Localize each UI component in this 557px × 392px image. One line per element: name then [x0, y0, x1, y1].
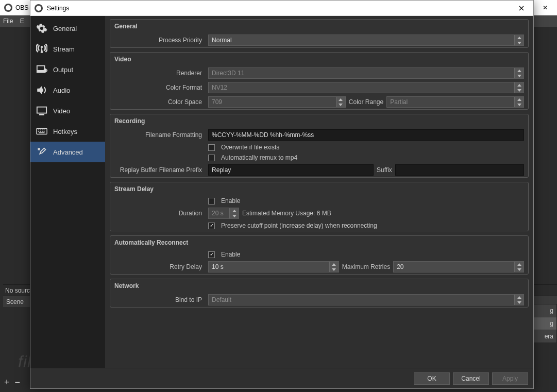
process-priority-label: Process Priority: [114, 37, 205, 44]
delay-duration-spinner[interactable]: 20 s: [208, 208, 239, 219]
close-icon: [519, 6, 524, 11]
retry-delay-label: Retry Delay: [114, 263, 205, 270]
filename-formatting-label: Filename Formatting: [114, 131, 205, 139]
delay-enable-checkbox[interactable]: [208, 198, 215, 204]
keyboard-icon: [36, 125, 48, 138]
replay-suffix-input[interactable]: [395, 164, 524, 176]
sidebar-item-label: Output: [53, 66, 73, 74]
bind-ip-value: Default: [212, 296, 231, 303]
gear-icon: [36, 22, 48, 35]
chevron-updown-icon: [514, 68, 524, 78]
preserve-cutoff-label: Preserve cutoff point (increase delay) w…: [221, 222, 377, 229]
color-format-combo[interactable]: NV12: [208, 82, 524, 93]
delay-duration-label: Duration: [114, 210, 205, 217]
group-title-network: Network: [110, 279, 528, 293]
group-title-auto-reconnect: Automatically Reconnect: [110, 236, 528, 249]
max-retries-spinner[interactable]: 20: [393, 261, 524, 272]
sidebar-item-label: Video: [53, 107, 70, 115]
chevron-updown-icon: [514, 262, 524, 272]
chevron-updown-icon: [336, 97, 345, 107]
preserve-cutoff-checkbox[interactable]: [208, 223, 215, 229]
main-close-icon[interactable]: ✕: [533, 0, 557, 15]
color-format-value: NV12: [212, 84, 227, 91]
chevron-updown-icon: [514, 82, 524, 93]
chevron-updown-icon: [514, 35, 524, 45]
renderer-label: Renderer: [114, 70, 205, 77]
group-general: General Process Priority Normal: [110, 19, 529, 48]
sidebar-item-label: Hotkeys: [53, 128, 77, 135]
group-recording: Recording Filename Formatting Overwrite …: [110, 114, 529, 178]
apply-button[interactable]: Apply: [492, 372, 528, 385]
replay-prefix-label: Replay Buffer Filename Prefix: [114, 166, 205, 174]
max-retries-value: 20: [397, 263, 520, 270]
replay-prefix-input[interactable]: [208, 164, 374, 176]
ok-button[interactable]: OK: [414, 372, 450, 385]
process-priority-combo[interactable]: Normal: [208, 35, 524, 46]
main-window-title: OBS: [15, 0, 28, 15]
sidebar-item-audio[interactable]: Audio: [30, 80, 105, 100]
svg-rect-1: [39, 114, 44, 115]
retry-delay-value: 10 s: [212, 263, 335, 270]
replay-suffix-label: Suffix: [377, 166, 392, 174]
sidebar-item-stream[interactable]: Stream: [30, 39, 105, 59]
renderer-combo[interactable]: Direct3D 11: [208, 67, 524, 79]
reconnect-enable-label: Enable: [221, 251, 240, 258]
sidebar-item-label: Advanced: [53, 148, 83, 156]
settings-dialog: Settings General Stream Output Audio: [30, 0, 534, 389]
sidebar-item-advanced[interactable]: Advanced: [30, 142, 105, 162]
chevron-updown-icon: [329, 262, 339, 272]
close-button[interactable]: [510, 1, 533, 16]
sidebar-item-label: Stream: [53, 45, 75, 53]
delay-enable-label: Enable: [221, 197, 240, 204]
color-space-combo[interactable]: 709: [208, 96, 346, 108]
replay-prefix-field[interactable]: [212, 166, 370, 174]
sidebar-item-video[interactable]: Video: [30, 100, 105, 121]
menu-edit-short[interactable]: E: [20, 18, 24, 25]
speaker-icon: [36, 84, 48, 96]
max-retries-label: Maximum Retries: [342, 263, 390, 270]
group-title-stream-delay: Stream Delay: [110, 182, 528, 196]
group-stream-delay: Stream Delay Enable Duration 20 s: [110, 182, 529, 231]
menu-file[interactable]: File: [3, 18, 13, 25]
chevron-updown-icon: [514, 295, 524, 305]
antenna-icon: [36, 43, 48, 55]
delay-memory-label: Estimated Memory Usage: 6 MB: [242, 210, 331, 217]
dialog-button-bar: OK Cancel Apply: [30, 368, 533, 388]
obs-icon: [35, 4, 43, 12]
cancel-button[interactable]: Cancel: [453, 372, 489, 385]
sidebar-item-general[interactable]: General: [30, 18, 105, 39]
color-space-value: 709: [212, 98, 222, 106]
color-space-label: Color Space: [114, 98, 205, 106]
overwrite-label: Overwrite if file exists: [221, 144, 279, 151]
monitor-arrow-icon: [36, 63, 48, 76]
add-remove-buttons[interactable]: + −: [4, 377, 20, 388]
group-auto-reconnect: Automatically Reconnect Enable Retry Del…: [110, 235, 529, 275]
reconnect-enable-checkbox[interactable]: [208, 251, 215, 258]
group-title-general: General: [110, 20, 528, 33]
overwrite-checkbox[interactable]: [208, 144, 215, 151]
settings-content: General Process Priority Normal Video Re…: [105, 16, 533, 368]
filename-formatting-field[interactable]: [212, 131, 520, 139]
chevron-updown-icon: [514, 97, 524, 107]
color-range-combo[interactable]: Partial: [386, 96, 524, 108]
sidebar-item-hotkeys[interactable]: Hotkeys: [30, 121, 105, 142]
retry-delay-spinner[interactable]: 10 s: [208, 261, 339, 272]
bind-ip-label: Bind to IP: [114, 296, 205, 303]
process-priority-value: Normal: [212, 37, 232, 44]
sidebar-item-label: Audio: [53, 87, 70, 94]
obs-icon: [4, 4, 12, 12]
auto-remux-checkbox[interactable]: [208, 155, 215, 161]
sidebar-item-label: General: [53, 25, 77, 32]
sidebar-item-output[interactable]: Output: [30, 59, 105, 80]
filename-formatting-input[interactable]: [208, 129, 524, 141]
color-format-label: Color Format: [114, 84, 205, 91]
color-range-label: Color Range: [349, 98, 383, 106]
svg-rect-0: [37, 107, 46, 113]
bind-ip-combo[interactable]: Default: [208, 294, 524, 305]
color-range-value: Partial: [390, 98, 408, 106]
group-title-video: Video: [110, 53, 528, 66]
settings-title: Settings: [47, 5, 505, 12]
tools-icon: [36, 146, 48, 158]
replay-suffix-field[interactable]: [399, 166, 520, 174]
group-network: Network Bind to IP Default: [110, 279, 529, 308]
